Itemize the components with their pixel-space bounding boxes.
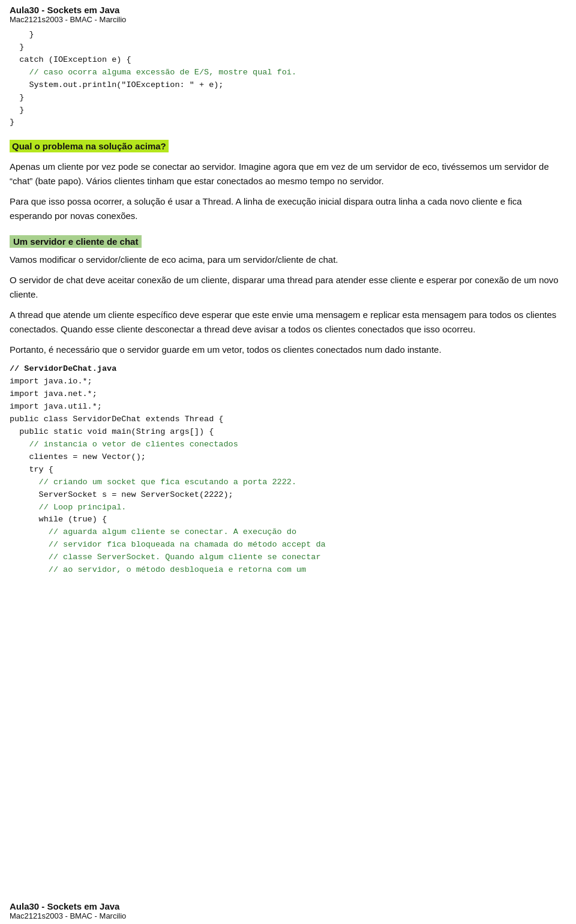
code-bottom-line-2: import java.io.*; <box>10 377 92 386</box>
code-bottom-line-4: import java.util.*; <box>10 402 102 411</box>
code-bottom-line-11: ServerSocket s = new ServerSocket(2222); <box>10 490 233 499</box>
code-line-6: } <box>10 93 24 102</box>
code-bottom-line-17: // ao servidor, o método desbloqueia e r… <box>10 565 306 574</box>
code-line-1: } <box>10 30 34 39</box>
code-line-4: // caso ocorra alguma excessão de E/S, m… <box>10 68 296 77</box>
code-bottom-line-15: // servidor fica bloqueada na chamada do… <box>10 540 326 549</box>
header-title: Aula30 - Sockets em Java <box>10 5 566 15</box>
code-bottom-line-14: // aguarda algum cliente se conectar. A … <box>10 527 296 536</box>
page-footer: Aula30 - Sockets em Java Mac2121s2003 - … <box>0 898 576 924</box>
section2-heading-text: Um servidor e cliente de chat <box>10 235 142 248</box>
section1-heading-text: Qual o problema na solução acima? <box>10 140 169 152</box>
main-content: } } catch (IOException e) { // caso ocor… <box>0 29 576 591</box>
section2-para3: A thread que atende um cliente específic… <box>10 308 566 337</box>
code-block-top: } } catch (IOException e) { // caso ocor… <box>10 29 566 129</box>
code-line-8: } <box>10 118 14 127</box>
code-bottom-line-3: import java.net.*; <box>10 389 97 398</box>
code-bottom-line-5: public class ServidorDeChat extends Thre… <box>10 415 223 424</box>
section2-para4: Portanto, é necessário que o servidor gu… <box>10 343 566 357</box>
header-subtitle: Mac2121s2003 - BMAC - Marcilio <box>10 15 566 24</box>
page-header: Aula30 - Sockets em Java Mac2121s2003 - … <box>0 0 576 25</box>
code-bottom-line-13: while (true) { <box>10 515 107 524</box>
code-bottom-line-12: // Loop principal. <box>10 503 126 512</box>
code-bottom-line-7: // instancia o vetor de clientes conecta… <box>10 440 238 449</box>
code-bottom-line-9: try { <box>10 465 53 474</box>
code-bottom-line-1: // ServidorDeChat.java <box>10 364 116 373</box>
footer-subtitle: Mac2121s2003 - BMAC - Marcilio <box>10 911 566 920</box>
code-line-2: } <box>10 43 24 52</box>
code-bottom-line-6: public static void main(String args[]) { <box>10 427 214 436</box>
section2-para1: Vamos modificar o servidor/cliente de ec… <box>10 253 566 267</box>
code-bottom-line-8: clientes = new Vector(); <box>10 452 146 461</box>
section1-para1: Apenas um cliente por vez pode se conect… <box>10 160 566 188</box>
section2-heading: Um servidor e cliente de chat <box>10 229 566 250</box>
code-block-bottom: // ServidorDeChat.java import java.io.*;… <box>10 363 566 577</box>
code-line-7: } <box>10 106 24 115</box>
code-line-5: System.out.println("IOException: " + e); <box>10 80 223 89</box>
section1-para2: Para que isso possa ocorrer, a solução é… <box>10 194 566 223</box>
code-bottom-line-16: // classe ServerSocket. Quando algum cli… <box>10 553 321 562</box>
section2-para2: O servidor de chat deve aceitar conexão … <box>10 273 566 302</box>
section1-heading: Qual o problema na solução acima? <box>10 134 566 156</box>
footer-title: Aula30 - Sockets em Java <box>10 901 566 911</box>
code-line-3: catch (IOException e) { <box>10 55 131 64</box>
code-bottom-line-10: // criando um socket que fica escutando … <box>10 478 296 487</box>
